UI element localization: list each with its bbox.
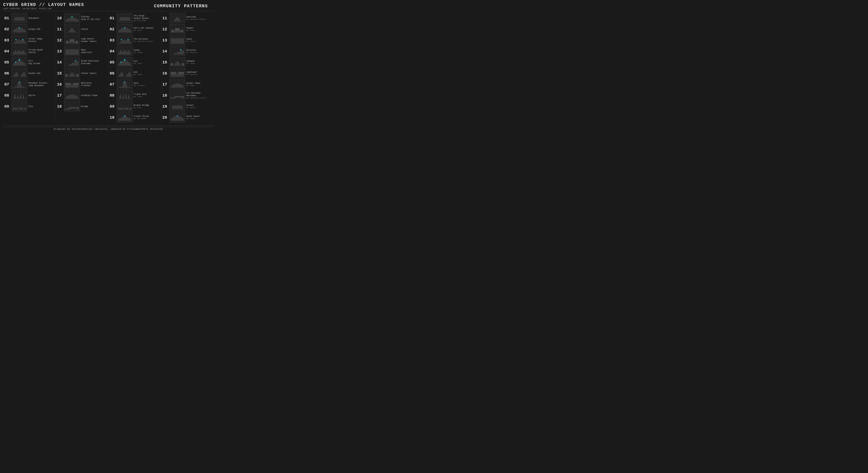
map-preview bbox=[169, 35, 185, 45]
svg-rect-154 bbox=[170, 38, 184, 43]
item-author: By: Splendid Learners bbox=[186, 97, 206, 99]
item-number: 13 bbox=[162, 38, 168, 42]
list-item: 18 Alt MarksmanMarksmanBy: Splendid Lear… bbox=[162, 91, 213, 100]
item-label: Skatepark bbox=[28, 17, 39, 20]
svg-rect-167 bbox=[182, 63, 184, 66]
item-label: Funnel Towers bbox=[81, 72, 96, 75]
item-label: FeastBy: Sliver bbox=[186, 38, 196, 42]
item-author: By: Vokan bbox=[186, 29, 195, 31]
map-preview bbox=[117, 57, 132, 67]
item-label: MazeLabyrinth bbox=[81, 49, 92, 54]
list-item: 05 A14By: Stuon bbox=[110, 57, 160, 67]
map-preview bbox=[117, 35, 132, 45]
item-label: Triple DeckBy: Jandy bbox=[134, 93, 147, 98]
item-author: By: Jandy bbox=[134, 96, 147, 98]
svg-rect-78 bbox=[65, 85, 79, 88]
svg-rect-170 bbox=[170, 74, 184, 76]
item-author: By: Sliver bbox=[186, 40, 196, 42]
list-item: 04 Firing SquadCastle bbox=[4, 46, 55, 56]
list-item: 08 Triple DeckBy: Jandy bbox=[110, 91, 160, 100]
item-label: Coldplay Stage bbox=[81, 94, 98, 97]
item-label: Jump CenterSniper Towers bbox=[81, 38, 96, 43]
item-number: 19 bbox=[162, 104, 168, 109]
map-preview bbox=[64, 13, 80, 23]
item-label: The StageDouble DeckerBy: NO LOFING bbox=[134, 14, 149, 22]
map-preview bbox=[64, 46, 80, 56]
map-preview bbox=[11, 57, 27, 67]
svg-point-162 bbox=[180, 49, 181, 50]
map-preview bbox=[64, 101, 80, 111]
map-preview bbox=[11, 79, 27, 89]
map-preview bbox=[117, 46, 132, 56]
item-number: 06 bbox=[4, 71, 10, 76]
item-number: 10 bbox=[110, 115, 116, 120]
svg-rect-75 bbox=[76, 74, 79, 77]
svg-rect-43 bbox=[18, 108, 23, 110]
item-label: Corner JumpsParkour bbox=[28, 38, 42, 43]
item-number: 20 bbox=[162, 115, 168, 120]
item-number: 07 bbox=[110, 82, 116, 87]
item-number: 04 bbox=[110, 49, 116, 54]
map-preview bbox=[11, 24, 27, 34]
header: CYBER GRIND // LAYOUT NAMES LAST UPDATED… bbox=[3, 2, 214, 10]
list-item: 07 Monument PillarsJump Monument bbox=[4, 79, 55, 89]
list-item: 10 Triple ThreatBy: NO LOFING bbox=[110, 112, 160, 123]
map-preview bbox=[64, 24, 80, 34]
svg-rect-151 bbox=[181, 30, 183, 32]
item-number: 05 bbox=[110, 60, 116, 65]
item-number: 17 bbox=[57, 93, 63, 98]
map-preview bbox=[64, 35, 80, 45]
svg-rect-74 bbox=[65, 74, 68, 77]
item-number: 01 bbox=[4, 16, 10, 21]
list-item: 06 Double HiM bbox=[4, 68, 55, 78]
map-preview bbox=[11, 46, 27, 56]
list-item: 02 Don't Get Soaked!By: Dood bbox=[110, 24, 160, 34]
item-label: Alt MarksmanMarksmanBy: Splendid Learner… bbox=[186, 92, 206, 99]
item-author: By: Druzalar bbox=[134, 85, 145, 87]
svg-rect-57 bbox=[70, 39, 74, 42]
item-number: 10 bbox=[57, 16, 63, 21]
svg-rect-178 bbox=[170, 97, 175, 99]
map-preview bbox=[169, 46, 185, 56]
item-number: 09 bbox=[110, 104, 116, 109]
list-item: 08 Spires bbox=[4, 91, 55, 100]
list-item: 11 Funnel bbox=[57, 24, 107, 34]
svg-point-14 bbox=[22, 39, 23, 40]
item-number: 14 bbox=[57, 60, 63, 65]
svg-rect-134 bbox=[118, 104, 123, 108]
item-number: 18 bbox=[57, 104, 63, 109]
svg-rect-180 bbox=[175, 96, 184, 97]
map-preview bbox=[64, 79, 80, 89]
svg-rect-171 bbox=[170, 72, 176, 74]
map-preview bbox=[11, 13, 27, 23]
svg-rect-88 bbox=[69, 107, 79, 108]
list-item: 17 Coldplay Stage bbox=[57, 91, 107, 100]
item-label: StepsBy: Jandy bbox=[134, 49, 142, 54]
svg-rect-135 bbox=[124, 108, 128, 110]
item-author: By: Stuon bbox=[134, 63, 142, 64]
list-item: 09 Broken BridgeBy: Dood bbox=[110, 101, 160, 111]
list-item: 15 Funnel Towers bbox=[57, 68, 107, 78]
item-label: Single HiM bbox=[28, 28, 40, 31]
map-preview bbox=[64, 57, 80, 67]
svg-point-9 bbox=[19, 27, 20, 28]
svg-rect-79 bbox=[65, 83, 71, 85]
item-label: Double HiM bbox=[28, 72, 40, 75]
item-author: By: NO LOFING bbox=[134, 117, 149, 120]
item-label: HopperBy: Vokan bbox=[186, 27, 195, 31]
item-label: GravelBy: Spruce bbox=[186, 104, 196, 109]
item-author: By: Splendid Learners bbox=[134, 40, 154, 42]
item-author: By: Splendid Learners bbox=[186, 18, 206, 20]
list-item: 13 MazeLabyrinth bbox=[57, 46, 107, 56]
map-preview bbox=[117, 24, 132, 34]
list-item: 11 OverlookBy: Splendid Learners bbox=[162, 13, 213, 23]
svg-point-32 bbox=[19, 81, 20, 82]
list-item: 03 Corner JumpsParkour bbox=[4, 35, 55, 45]
list-item: 14 DivisionBy: William bbox=[162, 46, 213, 56]
item-author: By: Spruce bbox=[186, 107, 196, 109]
page-title: CYBER GRIND // LAYOUT NAMES bbox=[3, 2, 84, 7]
svg-rect-85 bbox=[64, 102, 80, 111]
title-block: CYBER GRIND // LAYOUT NAMES LAST UPDATED… bbox=[3, 2, 84, 10]
svg-rect-177 bbox=[170, 91, 185, 100]
map-preview bbox=[117, 68, 132, 78]
